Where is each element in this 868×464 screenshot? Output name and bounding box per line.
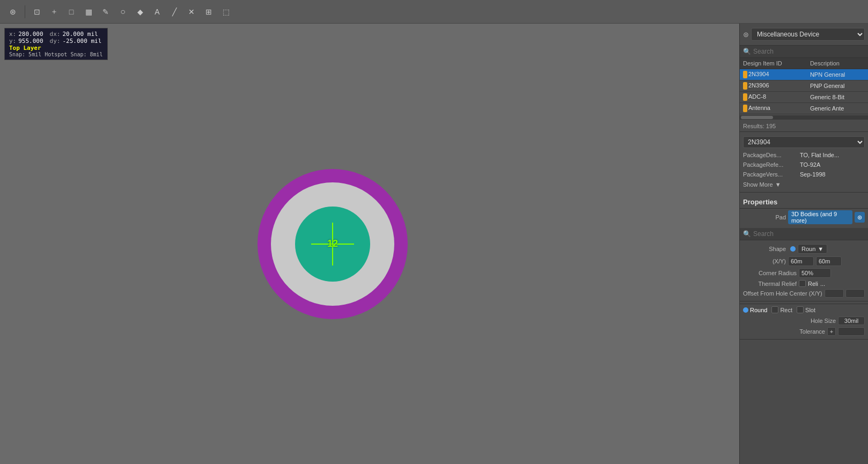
offset-inputs [825,289,865,298]
x-label: x: [9,31,16,38]
detail-row: PackageRefe... TO-92A [740,160,868,170]
device-selector[interactable]: Miscellaneous Device [751,28,865,41]
component-desc-cell: Generic 8-Bit [807,92,868,103]
rect-tool-btn[interactable]: □ [64,4,79,19]
y-input[interactable] [816,256,842,266]
tolerance-row: Tolerance + [740,326,868,337]
main-area: x: 280.000 dx: 20.000 mil y: 955.000 dy:… [0,24,868,464]
table-row[interactable]: 2N3906 PNP General [740,80,868,92]
slot-checkbox [797,306,804,313]
tolerance-plus-btn[interactable]: + [827,327,836,336]
corner-radius-input[interactable] [799,268,831,278]
right-panel: ⊛ Miscellaneous Device 🔍 Design Item ID … [739,24,868,464]
y-value: 955.000 [18,38,43,45]
slash-tool-btn[interactable]: ✕ [184,4,199,19]
thermal-relief-ellipsis: ... [820,281,825,287]
table-horizontal-scrollbar[interactable] [740,115,868,120]
text-tool-btn[interactable]: A [150,4,165,19]
round-radio [743,307,748,313]
offset-y-input[interactable] [845,289,865,298]
chart-tool-btn[interactable]: ▦ [81,4,96,19]
detail-row-label: PackageDes... [743,152,797,158]
snap-info: Snap: 5mil Hotspot Snap: 8mil [9,51,103,57]
component-desc-cell: Generic Ante [807,103,868,114]
detail-row-label: PackageVers... [743,171,797,178]
component-search-box: 🔍 [740,46,868,58]
hole-type-slot-btn[interactable]: Slot [797,306,815,313]
shape-radio-dot [790,246,796,252]
corner-radius-row: Corner Radius [740,267,868,279]
properties-filter-btn[interactable]: ⊛ [855,212,865,223]
hole-size-label: Hole Size [743,318,836,324]
thermal-relief-row: Thermal Relief Reli ... [740,279,868,288]
dx-value: 20.000 mil [62,31,98,38]
xy-inputs [788,256,842,266]
hole-type-round-btn[interactable]: Round [743,307,767,313]
pad-property-row: Pad 3D Bodies (and 9 more) ⊛ [740,209,868,226]
pin-tool-btn[interactable]: ◆ [133,4,148,19]
x-input[interactable] [788,256,814,266]
line-tool-btn[interactable]: ╱ [167,4,182,19]
hole-size-row: Hole Size [740,315,868,326]
pad-middle-ring: 12 [271,182,394,306]
brush-tool-btn[interactable]: ✎ [98,4,113,19]
canvas-area[interactable]: x: 280.000 dx: 20.000 mil y: 955.000 dy:… [0,24,739,464]
component-id-cell: 2N3906 [740,80,807,92]
properties-section: Properties Pad 3D Bodies (and 9 more) ⊛ … [740,193,868,340]
shape-dropdown[interactable]: Roun ▼ [798,244,827,254]
component-desc-cell: NPN General [807,69,868,80]
hole-type-row: Round Rect Slot [740,304,868,315]
pad-outer-ring: 12 [258,169,408,319]
component-detail-selector[interactable]: 2N3904 [743,136,865,148]
shape-row: Shape Roun ▼ [740,242,868,255]
detail-row: PackageVers... Sep-1998 [740,170,868,179]
properties-search-input[interactable] [753,230,865,238]
thermal-relief-checkbox[interactable] [799,280,806,287]
offset-x-input[interactable] [825,289,844,298]
circle-tool-btn[interactable]: ○ [115,4,130,19]
shape-label: Shape [743,246,786,252]
slot-label: Slot [805,307,815,313]
frame-tool-btn[interactable]: ⊞ [201,4,216,19]
main-toolbar: ⊛ ⊡ ＋ □ ▦ ✎ ○ ◆ A ╱ ✕ ⊞ ⬚ [0,0,868,24]
component-id-cell: Antenna [740,103,807,114]
table-row[interactable]: 2N3904 NPN General [740,69,868,80]
search1-icon: 🔍 [743,48,751,55]
place-tool-btn[interactable]: ＋ [47,4,62,19]
select-tool-btn[interactable]: ⊡ [30,4,45,19]
tolerance-label: Tolerance [743,328,825,335]
detail-header: 2N3904 [740,134,868,150]
hole-type-rect-btn[interactable]: Rect [771,306,792,313]
corner-radius-label: Corner Radius [743,270,797,276]
table-row[interactable]: Antenna Generic Ante [740,103,868,114]
properties-title: Properties [740,195,868,209]
device-header: ⊛ Miscellaneous Device [740,24,868,46]
dx-label: dx: [50,31,61,38]
component-id-cell: ADC-8 [740,92,807,103]
detail-row-value: Sep-1998 [800,171,826,178]
layer-name: Top Layer [9,45,103,51]
results-count: Results: 195 [740,121,868,132]
col-design-item-id[interactable]: Design Item ID [740,58,807,69]
detail-row-label: PackageRefe... [743,161,797,168]
show-more-btn[interactable]: Show More ▼ [740,179,868,190]
table-row[interactable]: ADC-8 Generic 8-Bit [740,92,868,103]
round-label: Round [750,307,767,313]
x-value: 280.000 [18,31,43,38]
board-tool-btn[interactable]: ⬚ [218,4,233,19]
component-desc-cell: PNP General [807,80,868,92]
filter-tool-btn[interactable]: ⊛ [5,4,20,19]
offset-row: Offset From Hole Center (X/Y) [740,288,868,299]
toolbar-divider-1 [25,5,25,18]
component-search-input[interactable] [753,48,865,55]
rect-checkbox [771,306,778,313]
hole-size-input[interactable] [838,316,865,325]
tolerance-input[interactable] [838,327,865,336]
pad-value: 3D Bodies (and 9 more) [788,210,852,224]
panel-filter-icon[interactable]: ⊛ [743,31,749,39]
col-description[interactable]: Description [807,58,868,69]
component-table: Design Item ID Description 2N3904 NPN Ge… [740,58,868,114]
properties-search-box: 🔍 [740,228,868,240]
xy-row: (X/Y) [740,255,868,267]
dy-value: -25.000 mil [62,38,101,45]
